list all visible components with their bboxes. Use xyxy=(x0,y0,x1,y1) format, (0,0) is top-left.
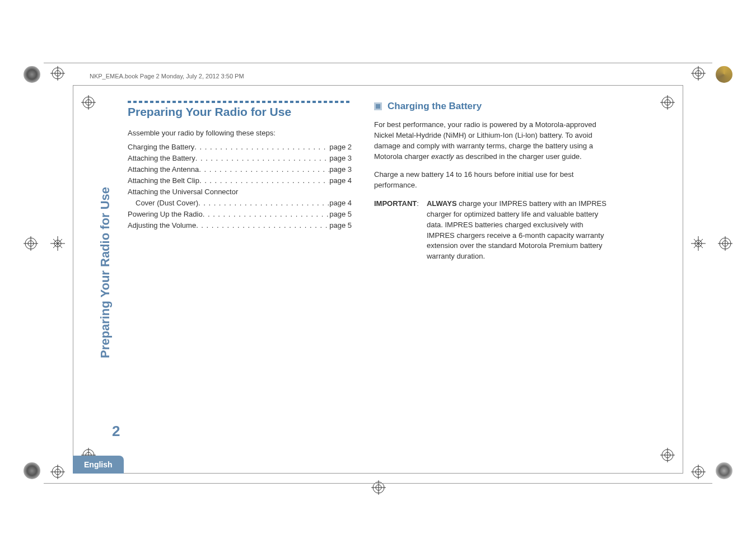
registration-mark xyxy=(691,66,706,81)
color-mark-top-left xyxy=(24,66,40,83)
text-emphasis: exactly xyxy=(431,152,454,161)
toc-row: Attaching the Universal Connector xyxy=(128,188,352,196)
subsection-title: Charging the Battery xyxy=(388,101,482,112)
registration-mark xyxy=(691,465,706,479)
right-column: Charging the Battery For best performanc… xyxy=(374,101,609,262)
vertical-tab-label: Preparing Your Radio for Use xyxy=(98,187,113,358)
body-paragraph-1: For best performance, your radio is powe… xyxy=(374,120,609,162)
toc-label: Charging the Battery xyxy=(128,143,194,151)
toc-page: page 4 xyxy=(329,199,352,207)
body-paragraph-2: Charge a new battery 14 to 16 hours befo… xyxy=(374,170,609,191)
intro-text: Assemble your radio by following these s… xyxy=(128,129,352,137)
toc-label: Adjusting the Volume xyxy=(128,221,196,229)
toc-label: Powering Up the Radio xyxy=(128,210,203,218)
registration-mark xyxy=(24,236,38,251)
toc-row: Cover (Dust Cover) . . . . . . . . . . .… xyxy=(128,199,352,207)
important-label: IMPORTANT: xyxy=(374,199,419,262)
top-crop-line xyxy=(44,63,712,63)
toc-label: Attaching the Antenna xyxy=(128,165,199,174)
toc-row: Attaching the Antenna . . . . . . . . . … xyxy=(128,165,352,174)
toc-page: page 3 xyxy=(329,165,352,174)
important-text: charge your IMPRES battery with an IMPRE… xyxy=(427,199,606,260)
toc-dots: . . . . . . . . . . . . . . . . . . . . … xyxy=(203,210,330,218)
important-label-text: IMPORTANT xyxy=(374,199,417,208)
toc-page: page 4 xyxy=(329,176,352,185)
page-number: 2 xyxy=(112,423,120,440)
text-span: as described in the charger user guide. xyxy=(454,152,581,161)
toc-page: page 2 xyxy=(329,143,352,151)
running-head: NKP_EMEA.book Page 2 Monday, July 2, 201… xyxy=(90,73,244,79)
content-area: Preparing Your Radio for Use Assemble yo… xyxy=(128,101,672,262)
toc: Charging the Battery . . . . . . . . . .… xyxy=(128,143,352,229)
important-colon: : xyxy=(417,199,419,208)
toc-row: Attaching the Battery . . . . . . . . . … xyxy=(128,154,352,162)
subsection-marker-icon xyxy=(374,102,382,110)
registration-mark xyxy=(718,236,732,251)
toc-row: Attaching the Belt Clip . . . . . . . . … xyxy=(128,176,352,185)
toc-dots: . . . . . . . . . . . . . . . . . . . . … xyxy=(194,143,329,151)
important-emphasis: ALWAYS xyxy=(427,199,457,208)
title-rule xyxy=(128,101,352,103)
color-mark-bottom-left xyxy=(24,462,40,479)
toc-label: Cover (Dust Cover) xyxy=(136,199,198,207)
registration-mark xyxy=(50,66,65,81)
toc-dots: . . . . . . . . . . . . . . . . . . . . … xyxy=(196,221,329,229)
important-block: IMPORTANT: ALWAYS charge your IMPRES bat… xyxy=(374,199,609,262)
toc-page: page 5 xyxy=(329,221,352,229)
toc-dots: . . . . . . . . . . . . . . . . . . . . … xyxy=(199,176,329,185)
color-mark-top-right xyxy=(716,66,732,83)
subsection-header: Charging the Battery xyxy=(374,101,609,112)
important-body: ALWAYS charge your IMPRES battery with a… xyxy=(427,199,609,262)
language-tab: English xyxy=(73,456,124,474)
toc-dots: . . . . . . . . . . . . . . . . . . . . … xyxy=(199,165,329,174)
toc-row: Adjusting the Volume . . . . . . . . . .… xyxy=(128,221,352,229)
toc-row: Charging the Battery . . . . . . . . . .… xyxy=(128,143,352,151)
toc-label: Attaching the Battery xyxy=(128,154,195,162)
toc-label: Attaching the Belt Clip xyxy=(128,176,199,185)
toc-dots: . . . . . . . . . . . . . . . . . . . . … xyxy=(195,154,330,162)
toc-row: Powering Up the Radio . . . . . . . . . … xyxy=(128,210,352,218)
color-mark-bottom-right xyxy=(716,462,732,479)
registration-mark xyxy=(50,465,65,479)
section-title: Preparing Your Radio for Use xyxy=(128,105,352,119)
registration-mark xyxy=(371,480,386,495)
left-column: Preparing Your Radio for Use Assemble yo… xyxy=(128,101,352,262)
toc-page: page 5 xyxy=(329,210,352,218)
toc-dots: . . . . . . . . . . . . . . . . . . . . … xyxy=(198,199,329,207)
toc-label: Attaching the Universal Connector xyxy=(128,188,238,196)
registration-mark xyxy=(50,236,65,251)
registration-mark xyxy=(691,236,706,251)
toc-page: page 3 xyxy=(329,154,352,162)
bottom-crop-line xyxy=(44,483,712,484)
